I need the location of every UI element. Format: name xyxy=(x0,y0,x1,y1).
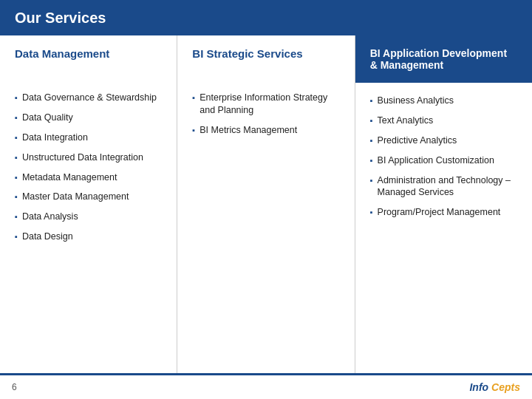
list-item: Data Quality xyxy=(15,112,162,124)
bi-app-dev-list: Business Analytics Text Analytics Predic… xyxy=(370,95,517,219)
col-header-bi-app-dev: BI Application Development & Management xyxy=(355,35,532,83)
list-item: Data Analysis xyxy=(15,211,162,223)
main-content: Data Management Data Governance & Stewar… xyxy=(0,35,532,375)
list-item: Master Data Management xyxy=(15,191,162,203)
list-item: Data Governance & Stewardship xyxy=(15,92,162,104)
column-bi-app-dev: BI Application Development & Management … xyxy=(355,35,532,373)
page-number: 6 xyxy=(12,382,17,392)
list-item: Administration and Technology – Managed … xyxy=(370,174,517,200)
list-item: Unstructured Data Integration xyxy=(15,151,162,164)
logo-cepts: Cepts xyxy=(491,381,520,393)
logo-info: Info xyxy=(469,381,488,393)
list-item: BI Application Customization xyxy=(370,154,517,167)
col-header-bi-strategic: BI Strategic Services xyxy=(192,47,339,80)
list-item: Predictive Analytics xyxy=(370,134,517,147)
bi-strategic-list: Enterprise Information Strategy and Plan… xyxy=(192,92,339,137)
list-item: Enterprise Information Strategy and Plan… xyxy=(192,92,339,117)
list-item: Data Integration xyxy=(15,132,162,144)
data-management-list: Data Governance & Stewardship Data Quali… xyxy=(15,92,162,243)
footer: 6 InfoCepts xyxy=(0,375,532,399)
column-data-management: Data Management Data Governance & Stewar… xyxy=(0,35,177,373)
list-item: Data Design xyxy=(15,231,162,243)
footer-logo: InfoCepts xyxy=(469,381,520,393)
list-item: BI Metrics Management xyxy=(192,124,339,137)
header: Our Services xyxy=(0,0,532,35)
col-header-data-management: Data Management xyxy=(15,47,162,80)
list-item: Business Analytics xyxy=(370,95,517,107)
list-item: Metadata Management xyxy=(15,171,162,184)
list-item: Text Analytics xyxy=(370,115,517,127)
column-bi-strategic: BI Strategic Services Enterprise Informa… xyxy=(177,35,355,373)
list-item: Program/Project Management xyxy=(370,206,517,219)
page-title: Our Services xyxy=(15,10,106,27)
